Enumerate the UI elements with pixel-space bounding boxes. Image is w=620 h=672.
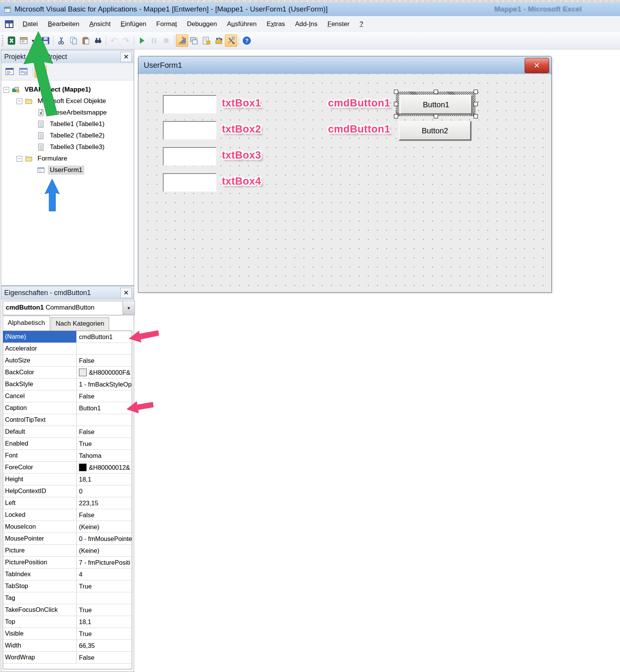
tree-item-formulare[interactable]: −Formulare	[1, 153, 134, 164]
paste-icon[interactable]	[80, 34, 92, 47]
menu-item-datei[interactable]: Datei	[18, 16, 43, 32]
property-name[interactable]: Caption	[3, 402, 77, 414]
property-name[interactable]: HelpContextID	[3, 485, 77, 497]
view-object-button[interactable]	[17, 66, 30, 78]
tree-expander-icon[interactable]: −	[3, 87, 9, 93]
form-textbox-4[interactable]	[163, 173, 217, 192]
properties-panel-header[interactable]: Eigenschaften - cmdButton1 ✕	[1, 286, 134, 300]
run-icon[interactable]	[136, 34, 148, 47]
property-name[interactable]: AutoSize	[3, 355, 77, 366]
property-value[interactable]: Tahoma	[77, 450, 132, 461]
object-selector-dropdown-icon[interactable]: ▼	[123, 301, 135, 315]
property-name[interactable]: Enabled	[3, 438, 77, 449]
insert-userform-icon[interactable]	[18, 34, 30, 47]
property-name[interactable]: Top	[3, 616, 77, 628]
form-commandbutton-button2[interactable]: Button2	[399, 121, 471, 140]
form-textbox-2[interactable]	[163, 121, 217, 140]
selection-handle[interactable]	[394, 114, 398, 118]
property-name[interactable]: Accelerator	[3, 343, 77, 354]
menu-item-ausfhren[interactable]: Ausführen	[222, 16, 262, 32]
copy-icon[interactable]	[67, 34, 80, 47]
cut-icon[interactable]	[55, 34, 67, 47]
property-name[interactable]: PicturePosition	[3, 557, 77, 568]
property-value[interactable]: 18,1	[77, 474, 132, 485]
property-value[interactable]: Button1	[77, 402, 132, 414]
menu-item-bearbeiten[interactable]: Bearbeiten	[43, 16, 84, 32]
property-name[interactable]: Font	[3, 450, 77, 461]
property-value[interactable]: 1 - fmBackStyleOp	[77, 379, 132, 390]
menu-item-ansicht[interactable]: Ansicht	[84, 16, 116, 32]
menu-item-addins[interactable]: Add-Ins	[290, 16, 323, 32]
redo-icon[interactable]: ↷	[120, 34, 132, 47]
property-name[interactable]: Cancel	[3, 390, 77, 402]
property-value[interactable]: (Keine)	[77, 521, 132, 533]
undo-icon[interactable]: ↶	[108, 34, 120, 47]
pause-icon[interactable]	[148, 34, 160, 47]
property-name[interactable]: ForeColor	[3, 462, 77, 473]
tree-item-tabelle2-tabelle2[interactable]: Tabelle2 (Tabelle2)	[1, 130, 134, 141]
property-value[interactable]: 7 - fmPicturePositi	[77, 557, 132, 568]
property-value[interactable]: False	[77, 390, 132, 402]
property-name[interactable]: ControlTipText	[3, 414, 77, 426]
property-name[interactable]: Visible	[3, 628, 77, 639]
property-value[interactable]: True	[77, 604, 132, 616]
property-name[interactable]: Default	[3, 426, 77, 438]
tree-expander-icon[interactable]: −	[16, 98, 22, 104]
properties-window-icon[interactable]	[200, 34, 213, 47]
property-name[interactable]: Tag	[3, 592, 77, 604]
property-name[interactable]: BackStyle	[3, 379, 77, 390]
userform-window-icon[interactable]	[5, 20, 14, 30]
property-value[interactable]	[77, 343, 132, 354]
toggle-folders-button[interactable]	[34, 66, 47, 78]
property-name[interactable]: MousePointer	[3, 533, 77, 544]
find-icon[interactable]	[92, 34, 104, 47]
help-icon[interactable]: ?	[241, 34, 253, 47]
property-value[interactable]: False	[77, 652, 132, 663]
property-name[interactable]: TakeFocusOnClick	[3, 604, 77, 616]
tree-expander-icon[interactable]: −	[16, 156, 22, 162]
selection-handle[interactable]	[474, 90, 478, 94]
property-name[interactable]: Left	[3, 497, 77, 509]
form-textbox-1[interactable]	[163, 95, 217, 114]
selection-handle[interactable]	[474, 102, 478, 106]
property-value[interactable]: 4	[77, 569, 132, 580]
tree-item-vbaproject-mappe1[interactable]: −VBAProject (Mappe1)	[1, 84, 134, 95]
tree-item-userform1[interactable]: UserForm1	[1, 164, 134, 176]
property-name[interactable]: WordWrap	[3, 652, 77, 663]
property-value[interactable]	[77, 414, 132, 426]
menu-item-?[interactable]: ?	[354, 16, 368, 32]
form-textbox-3[interactable]	[163, 147, 217, 166]
property-value[interactable]: False	[77, 355, 132, 366]
property-value[interactable]: 18,1	[77, 616, 132, 628]
property-value[interactable]: &H80000012&	[77, 462, 132, 473]
project-panel-header[interactable]: Projekt - VBAProject ✕	[1, 50, 134, 64]
property-value[interactable]: 0	[77, 485, 132, 497]
save-icon[interactable]	[39, 34, 52, 47]
stop-icon[interactable]	[160, 34, 172, 47]
tree-item-diesearbeitsmappe[interactable]: DieseArbeitsmappe	[1, 107, 134, 118]
property-name[interactable]: (Name)	[3, 331, 77, 343]
property-name[interactable]: Width	[3, 640, 77, 651]
view-excel-icon[interactable]	[5, 34, 18, 47]
property-name[interactable]: TabIndex	[3, 569, 77, 580]
tree-item-tabelle3-tabelle3[interactable]: Tabelle3 (Tabelle3)	[1, 141, 134, 153]
menu-item-einfgen[interactable]: Einfügen	[116, 16, 151, 32]
design-mode-icon[interactable]	[176, 34, 188, 47]
view-code-button[interactable]	[3, 66, 16, 78]
tab-nach-kategorien[interactable]: Nach Kategorien	[51, 317, 109, 331]
tree-item-tabelle1-tabelle1[interactable]: Tabelle1 (Tabelle1)	[1, 118, 134, 130]
property-value[interactable]: False	[77, 426, 132, 438]
object-selector[interactable]: cmdButton1 CommandButton ▼	[3, 301, 135, 315]
selection-handle[interactable]	[434, 90, 438, 94]
property-name[interactable]: Picture	[3, 545, 77, 556]
toolbox-icon[interactable]	[225, 34, 237, 47]
userform-close-button[interactable]: ✕	[525, 58, 549, 73]
property-value[interactable]: False	[77, 509, 132, 521]
userform-canvas[interactable]: txtBox1txtBox2txtBox3txtBox4cmdButton1cm…	[139, 74, 551, 292]
property-value[interactable]: cmdButton1	[77, 331, 132, 343]
property-name[interactable]: Locked	[3, 509, 77, 521]
tree-item-microsoft-excel-objekte[interactable]: −Microsoft Excel Objekte	[1, 95, 134, 107]
property-value[interactable]	[77, 592, 132, 604]
property-value[interactable]: &H8000000F&	[77, 367, 132, 378]
property-value[interactable]: 223,15	[77, 497, 132, 509]
